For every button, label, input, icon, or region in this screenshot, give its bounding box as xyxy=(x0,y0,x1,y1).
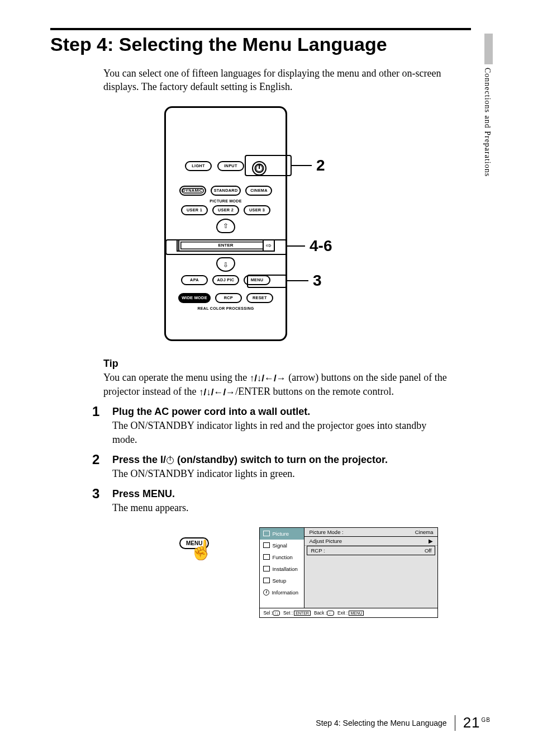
step-1-head: Plug the AC power cord into a wall outle… xyxy=(112,406,450,418)
cinema-button[interactable]: CINEMA xyxy=(245,186,272,196)
osd-tab-installation[interactable]: Installation xyxy=(260,563,304,575)
osd-footer: Sel :↑↓ Set :ENTER Back :← Exit :MENU xyxy=(260,608,437,617)
power-button[interactable] xyxy=(252,161,266,176)
page-title: Step 4: Selecting the Menu Language xyxy=(50,34,491,55)
step-3-body: The menu appears. xyxy=(112,501,450,514)
rcp-label: REAL COLOR PROCESSING xyxy=(173,306,279,310)
footer-title: Step 4: Selecting the Menu Language xyxy=(316,719,446,727)
intro-paragraph: You can select one of fifteen languages … xyxy=(103,67,450,94)
osd-row-picture-mode[interactable]: Picture Mode :Cinema xyxy=(304,528,437,537)
standard-button[interactable]: STANDARD xyxy=(211,186,241,196)
osd-tab-picture[interactable]: Picture xyxy=(260,528,304,540)
footer-gb: GB xyxy=(482,717,491,723)
osd-tab-signal[interactable]: Signal xyxy=(260,540,304,551)
arrow-glyphs: ↑/↓/←/→ xyxy=(250,373,286,384)
step-3: Press MENU. The menu appears. MENU ☝ Pic… xyxy=(92,488,450,617)
osd-row-adjust-picture[interactable]: Adjust Picture▶ xyxy=(304,537,437,546)
side-tab: Connections and Preparations xyxy=(483,34,494,201)
sidetab-marker xyxy=(484,34,493,64)
signal-icon xyxy=(263,542,270,548)
tip-heading: Tip xyxy=(103,358,450,370)
dpad-up[interactable]: ⇧ xyxy=(216,219,235,233)
right-arrow-icon: ⇨ xyxy=(266,242,272,249)
step-2-head: Press the I/ (on/standby) switch to turn… xyxy=(112,454,450,466)
menu-key-icon: MENU xyxy=(349,611,364,616)
sidetab-label: Connections and Preparations xyxy=(483,68,492,177)
osd-tab-information[interactable]: Information xyxy=(260,587,304,598)
footer-page-number: 21GB xyxy=(463,714,491,731)
enter-key-icon: ENTER xyxy=(294,611,311,616)
osd-sidebar: Picture Signal Function Installation Set… xyxy=(260,528,304,608)
adjpic-button[interactable]: ADJ PIC xyxy=(212,275,239,285)
step-3-head: Press MENU. xyxy=(112,488,450,500)
tip-body: You can operate the menu using the ↑/↓/←… xyxy=(103,371,450,399)
power-icon-inline xyxy=(166,457,174,464)
osd-menu: Picture Signal Function Installation Set… xyxy=(259,527,438,618)
enter-button[interactable]: ENTER xyxy=(178,239,273,252)
callout-2: 2 xyxy=(292,157,325,174)
callout-4-6: 4-6 xyxy=(287,237,332,255)
up-arrow-icon: ⇧ xyxy=(223,223,229,229)
osd-tab-setup[interactable]: Setup xyxy=(260,575,304,587)
picture-mode-label: PICTURE MODE xyxy=(173,199,279,203)
footer-divider xyxy=(455,715,455,731)
dpad: ⇧ ⇦ ENTER ⇨ ⇧ xyxy=(178,219,273,272)
setup-icon xyxy=(263,578,270,583)
apa-button[interactable]: APA xyxy=(181,275,208,285)
input-button[interactable]: INPUT xyxy=(217,161,244,171)
step-1-body: The ON/STANDBY indicator lights in red a… xyxy=(112,419,450,446)
osd-row-rcp[interactable]: RCP :Off xyxy=(307,546,435,555)
light-button[interactable]: LIGHT xyxy=(185,161,212,171)
widemode-button[interactable]: WIDE MODE xyxy=(178,293,211,303)
user2-button[interactable]: USER 2 xyxy=(212,205,239,215)
installation-icon xyxy=(263,566,270,571)
step-2-body: The ON/STANDBY indicator lights in green… xyxy=(112,467,450,480)
rcp-button[interactable]: RCP xyxy=(215,293,242,303)
osd-tab-function[interactable]: Function xyxy=(260,551,304,563)
title-rule xyxy=(50,28,471,30)
osd-main: Picture Mode :Cinema Adjust Picture▶ RCP… xyxy=(304,528,437,608)
user3-button[interactable]: USER 3 xyxy=(244,205,270,215)
step-2: Press the I/ (on/standby) switch to turn… xyxy=(92,454,450,480)
down-arrow-icon: ⇧ xyxy=(223,261,229,268)
submenu-arrow-icon: ▶ xyxy=(429,538,433,544)
updown-key-icon: ↑↓ xyxy=(273,611,280,616)
remote-figure: LIGHT INPUT DYNAMIC STANDARD CINEMA PICT… xyxy=(50,106,491,341)
dpad-right[interactable]: ⇨ xyxy=(263,239,275,252)
function-icon xyxy=(263,554,270,560)
dynamic-button[interactable]: DYNAMIC xyxy=(179,186,206,196)
page-footer: Step 4: Selecting the Menu Language 21GB xyxy=(50,714,491,731)
arrow-glyphs-2: ↑/↓/←/→ xyxy=(199,387,235,398)
left-key-icon: ← xyxy=(327,611,334,616)
step-1: Plug the AC power cord into a wall outle… xyxy=(92,406,450,446)
remote-outline: LIGHT INPUT DYNAMIC STANDARD CINEMA PICT… xyxy=(164,106,287,341)
picture-icon xyxy=(263,531,270,536)
reset-button[interactable]: RESET xyxy=(246,293,273,303)
steps-list: Plug the AC power cord into a wall outle… xyxy=(92,406,450,617)
menu-button-figure: MENU ☝ xyxy=(179,537,209,547)
dpad-down[interactable]: ⇧ xyxy=(216,257,235,272)
menu-button[interactable]: MENU xyxy=(244,275,270,285)
callout-3: 3 xyxy=(287,272,322,290)
power-icon xyxy=(256,165,263,172)
information-icon xyxy=(263,589,269,596)
intro-text: You can select one of fifteen languages … xyxy=(103,67,450,94)
user1-button[interactable]: USER 1 xyxy=(181,205,208,215)
hand-pointer-icon: ☝ xyxy=(189,541,213,560)
